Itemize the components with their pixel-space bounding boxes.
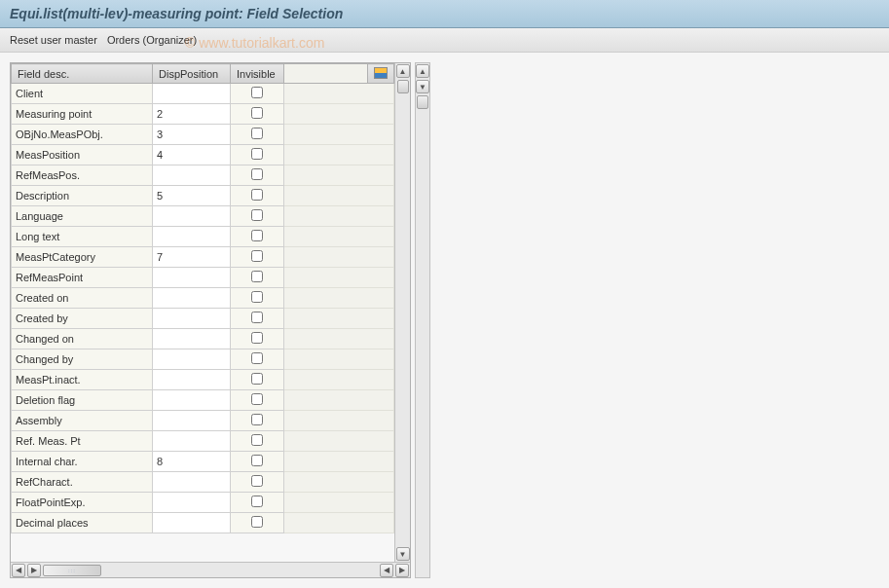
table-row[interactable]: MeasPosition4: [12, 145, 394, 165]
field-desc-cell[interactable]: Description: [12, 186, 153, 206]
vertical-scroll-thumb[interactable]: [397, 80, 409, 93]
field-desc-cell[interactable]: Internal char.: [12, 452, 153, 472]
field-desc-cell[interactable]: Long text: [12, 227, 153, 247]
horizontal-scroll-thumb[interactable]: :::: [43, 565, 101, 576]
table-row[interactable]: Description5: [12, 186, 394, 206]
table-row[interactable]: Deletion flag: [12, 390, 394, 411]
scroll-right-button[interactable]: ▶: [27, 564, 41, 577]
invisible-checkbox[interactable]: [251, 128, 263, 139]
disp-position-cell[interactable]: 2: [153, 104, 231, 125]
scroll-down-button[interactable]: ▼: [396, 547, 410, 561]
field-desc-cell[interactable]: MeasPosition: [12, 145, 153, 165]
table-row[interactable]: Internal char.8: [12, 452, 394, 472]
invisible-checkbox[interactable]: [251, 496, 263, 507]
field-desc-cell[interactable]: Deletion flag: [12, 390, 153, 411]
field-desc-cell[interactable]: Decimal places: [12, 513, 153, 533]
disp-position-cell[interactable]: [153, 227, 231, 247]
table-row[interactable]: Created on: [12, 288, 394, 309]
disp-position-cell[interactable]: [153, 84, 231, 104]
field-desc-cell[interactable]: OBjNo.MeasPObj.: [12, 125, 153, 145]
disp-position-cell[interactable]: [153, 431, 231, 452]
table-row[interactable]: Created by: [12, 309, 394, 329]
table-row[interactable]: Client: [12, 84, 394, 104]
invisible-checkbox[interactable]: [251, 107, 263, 119]
field-desc-cell[interactable]: RefMeasPos.: [12, 165, 153, 186]
disp-position-cell[interactable]: [153, 268, 231, 288]
invisible-checkbox[interactable]: [251, 209, 263, 221]
field-desc-cell[interactable]: Client: [12, 84, 153, 104]
invisible-checkbox[interactable]: [251, 393, 263, 405]
outer-vertical-scrollbar[interactable]: ▲ ▼: [415, 62, 430, 578]
disp-position-cell[interactable]: 4: [153, 145, 231, 165]
scroll-left-button-2[interactable]: ◀: [380, 564, 393, 577]
field-desc-cell[interactable]: Language: [12, 206, 153, 227]
col-header-disp-position[interactable]: DispPosition: [153, 64, 231, 84]
disp-position-cell[interactable]: [153, 309, 231, 329]
field-desc-cell[interactable]: Ref. Meas. Pt: [12, 431, 153, 452]
disp-position-cell[interactable]: [153, 513, 231, 533]
table-row[interactable]: MeasPtCategory7: [12, 247, 394, 268]
disp-position-cell[interactable]: [153, 411, 231, 431]
table-row[interactable]: Assembly: [12, 411, 394, 431]
invisible-checkbox[interactable]: [251, 291, 263, 303]
invisible-checkbox[interactable]: [251, 168, 263, 180]
field-desc-cell[interactable]: FloatPointExp.: [12, 493, 153, 513]
col-header-invisible[interactable]: Invisible: [231, 64, 284, 84]
table-row[interactable]: Changed by: [12, 349, 394, 370]
disp-position-cell[interactable]: 3: [153, 125, 231, 145]
invisible-checkbox[interactable]: [251, 352, 263, 364]
table-row[interactable]: RefMeasPoint: [12, 268, 394, 288]
field-desc-cell[interactable]: Assembly: [12, 411, 153, 431]
invisible-checkbox[interactable]: [251, 455, 263, 466]
reset-user-master-button[interactable]: Reset user master: [10, 34, 97, 46]
invisible-checkbox[interactable]: [251, 373, 263, 385]
field-desc-cell[interactable]: Created on: [12, 288, 153, 309]
table-row[interactable]: OBjNo.MeasPObj.3: [12, 125, 394, 145]
field-desc-cell[interactable]: RefCharact.: [12, 472, 153, 493]
table-row[interactable]: Changed on: [12, 329, 394, 349]
invisible-checkbox[interactable]: [251, 250, 263, 262]
invisible-checkbox[interactable]: [251, 230, 263, 241]
invisible-checkbox[interactable]: [251, 271, 263, 282]
field-desc-cell[interactable]: Measuring point: [12, 104, 153, 125]
invisible-checkbox[interactable]: [251, 475, 263, 487]
table-row[interactable]: RefCharact.: [12, 472, 394, 493]
orders-organizer-button[interactable]: Orders (Organizer): [107, 34, 197, 46]
table-row[interactable]: Measuring point2: [12, 104, 394, 125]
disp-position-cell[interactable]: 8: [153, 452, 231, 472]
table-row[interactable]: Long text: [12, 227, 394, 247]
outer-scroll-down-button[interactable]: ▼: [416, 80, 429, 93]
disp-position-cell[interactable]: [153, 493, 231, 513]
scroll-right-button-2[interactable]: ▶: [395, 564, 409, 577]
disp-position-cell[interactable]: [153, 165, 231, 186]
invisible-checkbox[interactable]: [251, 189, 263, 201]
table-row[interactable]: Decimal places: [12, 513, 394, 533]
invisible-checkbox[interactable]: [251, 332, 263, 344]
disp-position-cell[interactable]: [153, 390, 231, 411]
table-row[interactable]: MeasPt.inact.: [12, 370, 394, 390]
invisible-checkbox[interactable]: [251, 434, 263, 446]
invisible-checkbox[interactable]: [251, 148, 263, 160]
field-desc-cell[interactable]: RefMeasPoint: [12, 268, 153, 288]
disp-position-cell[interactable]: [153, 370, 231, 390]
col-header-field-desc[interactable]: Field desc.: [12, 64, 153, 84]
table-row[interactable]: FloatPointExp.: [12, 493, 394, 513]
invisible-checkbox[interactable]: [251, 414, 263, 425]
invisible-checkbox[interactable]: [251, 312, 263, 323]
table-row[interactable]: Language: [12, 206, 394, 227]
table-row[interactable]: Ref. Meas. Pt: [12, 431, 394, 452]
outer-scroll-up-button[interactable]: ▲: [416, 64, 429, 78]
disp-position-cell[interactable]: 7: [153, 247, 231, 268]
field-desc-cell[interactable]: MeasPt.inact.: [12, 370, 153, 390]
scroll-up-button[interactable]: ▲: [396, 64, 410, 78]
table-row[interactable]: RefMeasPos.: [12, 165, 394, 186]
field-desc-cell[interactable]: MeasPtCategory: [12, 247, 153, 268]
disp-position-cell[interactable]: [153, 329, 231, 349]
inner-vertical-scrollbar[interactable]: ▲ ▼: [394, 63, 410, 562]
scroll-left-button[interactable]: ◀: [12, 564, 25, 577]
table-config-button[interactable]: [368, 64, 394, 84]
invisible-checkbox[interactable]: [251, 516, 263, 528]
horizontal-scrollbar[interactable]: ◀ ▶ ::: ◀ ▶: [11, 562, 410, 577]
field-desc-cell[interactable]: Changed by: [12, 349, 153, 370]
disp-position-cell[interactable]: [153, 472, 231, 493]
